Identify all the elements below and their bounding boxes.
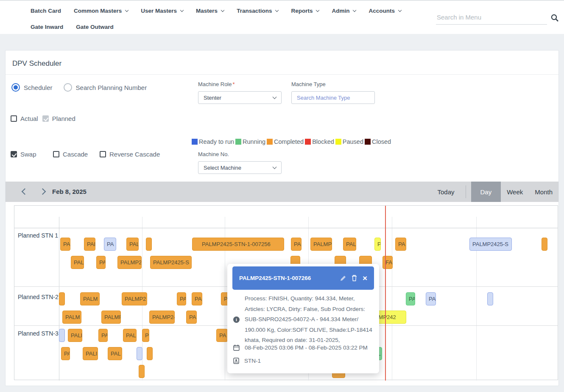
machine-type-label-text: Machine Type [291,81,326,87]
task-bar[interactable]: PALMP2425-STN-1-007256 [192,238,284,251]
task-bar[interactable] [139,365,145,378]
nav-item-masters[interactable]: Masters [196,7,224,14]
view-week[interactable]: Week [501,182,529,202]
radio-scheduler[interactable]: Scheduler [11,83,53,92]
task-bar[interactable]: PA [192,292,202,305]
delete-icon[interactable] [352,275,357,281]
task-bar[interactable]: PALMP2425-S [469,238,512,251]
task-bar[interactable]: PALI [83,347,98,360]
task-bar[interactable]: PALMP2 [117,256,142,269]
checkbox-cascade-box[interactable] [53,151,59,157]
task-bar[interactable] [147,347,153,360]
nav-item-transactions[interactable]: Transactions [237,7,278,14]
task-bar[interactable]: PALI [68,329,82,342]
task-bar[interactable]: PAL [126,238,139,251]
task-bar[interactable]: PALMP24 [149,311,175,324]
task-bar[interactable]: PAL [84,238,95,251]
view-switcher: Today DayWeekMonth [432,182,559,202]
task-bar[interactable] [137,347,142,360]
task-bar[interactable]: P [374,238,381,251]
task-bar[interactable]: PAL [71,256,84,269]
radio-search-planning-circle[interactable] [64,83,72,92]
nav-item-accounts[interactable]: Accounts [369,7,401,14]
nav-item-admin[interactable]: Admin [332,7,356,14]
task-bar[interactable]: PA [61,347,70,360]
nav-item-gate-inward[interactable]: Gate Inward [31,23,63,31]
next-day-button[interactable] [39,188,46,195]
task-bar[interactable]: PALMF [101,311,121,324]
task-bar[interactable]: PALM [80,292,100,305]
calendar-toolbar: Feb 8, 2025 Today DayWeekMonth [6,182,558,202]
machine-role-select[interactable]: Stenter [198,91,282,104]
task-bar[interactable]: PALMP2 [122,292,147,305]
close-icon[interactable]: × [363,274,367,282]
machine-no-label-text: Machine No. [198,151,229,157]
task-bar[interactable]: PALMP [310,238,332,251]
view-month[interactable]: Month [529,182,558,202]
machine-type-input[interactable] [292,92,374,104]
event-datetime-row: 08-Feb-2025 03:06 PM - 08-Feb-2025 03:22… [233,344,368,351]
checkbox-swap-box[interactable] [11,151,17,157]
panel-header: DPV Scheduler [6,50,558,75]
task-bar[interactable]: PA [98,329,108,342]
nav-item-reports[interactable]: Reports [291,7,319,14]
legend-label: Paused [343,138,363,145]
nav-item-common-masters[interactable]: Common Masters [74,7,128,14]
task-bar[interactable]: PALI [343,238,356,251]
legend-item-running: Running [235,138,267,145]
nav-item-gate-outward[interactable]: Gate Outward [76,23,114,31]
checkbox-cascade-label: Cascade [63,151,88,158]
nav-menu: Batch CardCommon MastersUser MastersMast… [31,7,431,31]
search-input[interactable] [436,12,547,25]
legend-swatch [305,139,311,145]
checkbox-cascade[interactable]: Cascade [53,151,100,158]
task-bar[interactable] [59,292,65,305]
checkbox-swap[interactable]: Swap [11,151,53,158]
task-bar[interactable] [59,329,65,342]
task-bar[interactable]: PA [104,238,116,251]
view-day[interactable]: Day [471,182,501,202]
radio-search-planning-number[interactable]: Search Planning Number [64,83,147,92]
event-info-text: Process: FINISH, Quantity: 944.334, Mete… [245,294,373,346]
task-bar[interactable]: PALM [62,311,81,324]
info-icon: i [233,316,240,323]
task-bar[interactable]: PALI [123,329,137,342]
task-bar[interactable]: PAI [291,238,302,251]
task-bar[interactable]: PAL [60,238,70,251]
legend-label: Ready to run [199,138,234,145]
task-bar[interactable]: PAL [108,347,122,360]
machine-no-select[interactable]: Select Machine [198,161,282,174]
task-bar[interactable]: FA [383,256,393,269]
checkbox-planned[interactable]: Planned [42,115,75,122]
machine-type-field [291,91,375,104]
legend-swatch [365,139,371,145]
legend-label: Blocked [312,138,334,145]
search-icon[interactable] [550,14,559,22]
nav-item-user-masters[interactable]: User Masters [141,7,183,14]
nav-item-batch-card[interactable]: Batch Card [31,7,61,14]
task-bar[interactable] [146,238,152,251]
chevron-down-icon [273,95,277,99]
task-bar[interactable]: PA [177,292,186,305]
task-bar[interactable]: PA [395,238,406,251]
task-bar[interactable]: PA [426,292,436,305]
checkbox-reverse-cascade-box[interactable] [100,151,106,157]
task-bar[interactable] [487,292,493,305]
task-bar[interactable]: PA [186,311,197,324]
today-button[interactable]: Today [432,182,461,202]
task-bar[interactable] [542,238,547,251]
checkbox-actual[interactable]: Actual [11,115,38,122]
prev-day-button[interactable] [22,188,28,195]
checkbox-reverse-cascade[interactable]: Reverse Cascade [100,151,160,158]
task-bar[interactable]: PA [96,256,106,269]
task-bar[interactable]: PA [406,292,415,305]
task-bar[interactable]: PA [216,329,228,342]
task-bar[interactable]: P [142,329,149,342]
radio-scheduler-circle[interactable] [11,83,20,92]
edit-icon[interactable] [340,275,346,281]
checkbox-actual-box[interactable] [11,115,17,122]
checkbox-planned-box[interactable] [42,115,49,122]
legend-swatch [335,139,341,145]
radio-search-planning-label: Search Planning Number [76,84,147,91]
task-bar[interactable]: PALMP2425-S [150,256,192,269]
